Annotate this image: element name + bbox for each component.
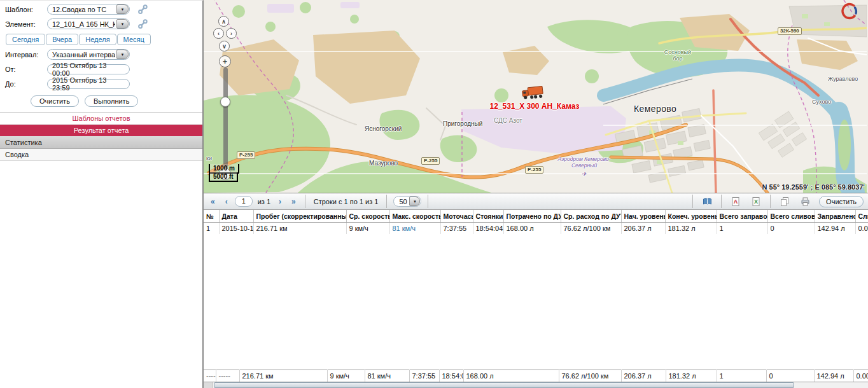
table-row[interactable]: 1 2015-10-13 216.71 км 9 км/ч 81 км/ч 7:… <box>204 223 868 235</box>
column-header[interactable]: Стоянки <box>473 210 503 223</box>
section-summary[interactable]: Сводка <box>0 149 202 161</box>
map-label-mazurovo: Мазурово <box>369 160 398 167</box>
totals-row: ----- ----- 216.71 км 9 км/ч 81 км/ч 7:3… <box>204 370 868 382</box>
road-shield-32k590: 32К-590 <box>778 27 802 35</box>
prev-page-button[interactable]: ‹ <box>220 197 233 206</box>
totals-table: ----- ----- 216.71 км 9 км/ч 81 км/ч 7:3… <box>204 370 868 382</box>
pan-right-button[interactable]: › <box>226 28 237 39</box>
template-row: Шаблон: 12.Сводка по ТС ▼ <box>5 3 202 15</box>
column-header[interactable]: Макс. скорость <box>389 210 440 223</box>
zoom-slider-track[interactable] <box>223 67 228 172</box>
column-header[interactable]: Ср. скорость <box>346 210 389 223</box>
zoom-slider-handle[interactable] <box>220 97 230 107</box>
export-excel-icon[interactable]: X <box>748 197 764 207</box>
copy-icon[interactable] <box>777 197 792 207</box>
today-button[interactable]: Сегодня <box>6 34 45 45</box>
report-view-icon[interactable] <box>699 197 715 207</box>
scale-imperial: 5000 ft <box>209 172 238 182</box>
total-cell: 216.71 км <box>239 370 327 382</box>
print-icon[interactable] <box>797 197 813 207</box>
next-page-button[interactable]: › <box>274 197 286 206</box>
zoom-in-button[interactable]: + <box>219 55 231 67</box>
toolbar-divider <box>305 195 305 208</box>
pan-up-button[interactable]: ∧ <box>218 16 229 27</box>
column-header[interactable]: Пробег (скорректированный) <box>253 210 346 223</box>
yesterday-button[interactable]: Вчера <box>46 34 78 45</box>
chevron-down-icon[interactable]: ▼ <box>116 19 129 29</box>
cell: 1 <box>717 223 767 235</box>
cell: 216.71 км <box>253 223 346 235</box>
cell: 7:37:55 <box>440 223 473 235</box>
to-row: До: 2015 Октябрь 13 23:59 <box>5 78 202 90</box>
run-report-button[interactable]: Выполнить <box>85 95 138 107</box>
page-size-select[interactable]: 50 ▼ <box>393 196 421 207</box>
rows-info-label: Строки с 1 по 1 из 1 <box>309 198 383 205</box>
table-header-row: № Дата Пробег (скорректированный) Ср. ск… <box>204 210 868 223</box>
table-empty-area <box>204 234 868 370</box>
column-header[interactable]: Потрачено по ДУТ <box>503 210 561 223</box>
column-header[interactable]: № <box>204 210 219 223</box>
road-shield-r255: Р-255 <box>525 166 543 174</box>
clear-form-button[interactable]: Очистить <box>31 95 79 107</box>
max-speed-link[interactable]: 81 км/ч <box>389 223 440 235</box>
chevron-down-icon[interactable]: ▼ <box>116 50 129 59</box>
wrench-icon[interactable] <box>137 18 148 29</box>
fleet-report-app: Шаблон: 12.Сводка по ТС ▼ Элемент: 12_10… <box>0 0 868 388</box>
column-header[interactable]: Всего сливов <box>767 210 815 223</box>
map-canvas[interactable]: Ясногорский Пригородный СДС Азот Мазуров… <box>204 0 868 193</box>
vehicle-marker-label: 12_531_Х 300 АН_Камаз <box>484 102 585 111</box>
section-statistics[interactable]: Статистика <box>0 136 202 149</box>
total-cell: 181.32 л <box>666 370 717 382</box>
quick-range-buttons: Сегодня Вчера Неделя Месяц <box>6 34 202 45</box>
toolbar-divider <box>386 195 387 208</box>
template-select[interactable]: 12.Сводка по ТС ▼ <box>47 4 130 15</box>
wrench-icon[interactable] <box>137 4 148 15</box>
column-header[interactable]: Слито <box>855 210 868 223</box>
total-cell: 1 <box>717 370 766 382</box>
column-header[interactable]: Заправлено <box>815 210 855 223</box>
horizontal-scrollbar[interactable] <box>204 382 868 388</box>
week-button[interactable]: Неделя <box>79 34 116 45</box>
export-pdf-icon[interactable]: A <box>728 197 743 207</box>
scrollbar-thumb[interactable] <box>214 382 794 388</box>
scrollbar-corner <box>204 382 213 388</box>
element-select[interactable]: 12_101_А 165 НК_Кама: ▼ <box>47 18 130 29</box>
pan-left-button[interactable]: ‹ <box>213 28 224 39</box>
total-cell: 81 км/ч <box>365 370 409 382</box>
cell: 9 км/ч <box>346 223 389 235</box>
chevron-down-icon[interactable]: ▼ <box>409 197 420 206</box>
map-label-sds-azot: СДС Азот <box>494 117 522 124</box>
from-row: От: 2015 Октябрь 13 00:00 <box>5 63 202 75</box>
totals-table-wrap: ----- ----- 216.71 км 9 км/ч 81 км/ч 7:3… <box>204 370 868 382</box>
map-label-sosnovy-bor: Сосновый бор <box>659 50 696 62</box>
clear-results-button[interactable]: Очистить <box>819 196 864 207</box>
interval-row: Интервал: Указанный интервал ▼ <box>5 48 202 60</box>
first-page-button[interactable]: « <box>206 197 220 206</box>
form-actions: Очистить Выполнить <box>31 95 202 107</box>
column-header[interactable]: Дата <box>219 210 253 223</box>
svg-text:X: X <box>754 198 758 205</box>
month-button[interactable]: Месяц <box>117 34 151 45</box>
section-report-result[interactable]: Результат отчета <box>0 125 202 136</box>
column-header[interactable]: Конеч. уровень <box>665 210 717 223</box>
column-header[interactable]: Моточасы <box>440 210 473 223</box>
road-shield-r255: Р-255 <box>421 157 440 165</box>
column-header[interactable]: Нач. уровень <box>621 210 665 223</box>
cell: 76.62 л/100 км <box>561 223 621 235</box>
column-header[interactable]: Ср. расход по ДУТ <box>561 210 621 223</box>
to-date-input[interactable]: 2015 Октябрь 13 23:59 <box>47 79 130 89</box>
interval-select[interactable]: Указанный интервал ▼ <box>47 49 130 60</box>
pan-down-button[interactable]: ∨ <box>219 41 230 52</box>
last-page-button[interactable]: » <box>286 197 301 206</box>
from-date-input[interactable]: 2015 Октябрь 13 00:00 <box>47 64 130 74</box>
page-number-input[interactable]: 1 <box>235 196 253 207</box>
total-cell: ----- <box>216 370 239 382</box>
vehicle-marker-icon[interactable] <box>521 84 546 102</box>
chevron-down-icon[interactable]: ▼ <box>116 4 129 14</box>
section-report-templates[interactable]: Шаблоны отчетов <box>0 112 202 125</box>
grid-toolbar: « ‹ 1 из 1 › » Строки с 1 по 1 из 1 50 ▼ <box>204 193 868 210</box>
cell: 0.00 <box>855 223 868 235</box>
toolbar-divider <box>721 195 722 208</box>
column-header[interactable]: Всего заправок <box>717 210 767 223</box>
from-label: От: <box>5 66 47 73</box>
